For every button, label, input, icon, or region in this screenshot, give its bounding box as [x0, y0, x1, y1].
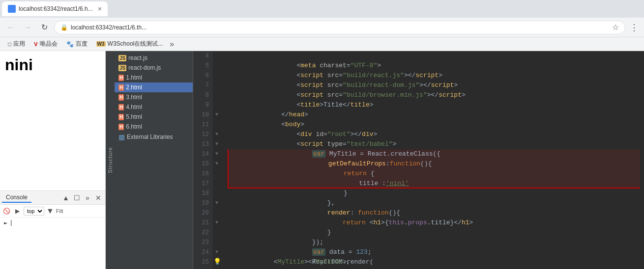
output-text: nini — [5, 56, 33, 74]
file-name-6html: 6.html — [126, 123, 142, 130]
bookmark-baidu[interactable]: 🐾 百度 — [62, 39, 91, 49]
file-item-3html[interactable]: H 3.html — [115, 92, 193, 102]
fold-arrow-13: ▼ — [215, 139, 218, 149]
console-header: Console ▲ ☐ » ✕ — [0, 191, 105, 205]
w3school-icon: W3 — [96, 41, 106, 47]
lock-icon: 🔒 — [60, 24, 68, 31]
code-line-25: <MyTitle></MyTitle>, — [228, 257, 640, 267]
back-button[interactable]: ← — [4, 21, 18, 34]
console-filter-toggle[interactable]: ▶ — [13, 207, 22, 215]
bookmark-apps-label: 应用 — [13, 40, 25, 48]
code-line-26: document.getElementById('root') — [228, 267, 640, 269]
line-number-15: 15 — [193, 159, 209, 169]
ext-lib-icon: ▩ — [118, 133, 125, 141]
line-number-21: 21 — [193, 218, 209, 228]
bookmark-baidu-label: 百度 — [76, 40, 88, 48]
html-file-icon: H — [118, 104, 124, 110]
console-clear-button[interactable]: 🚫 — [2, 207, 11, 215]
console-dock-button[interactable]: ▲ — [61, 193, 71, 203]
fold-arrow-24: ▼ — [215, 247, 218, 257]
file-item-5html[interactable]: H 5.html — [115, 112, 193, 122]
gutter-7 — [213, 81, 222, 90]
more-bookmarks-button[interactable]: » — [170, 40, 174, 49]
gutter-21[interactable]: ▼ — [213, 218, 222, 228]
line-number-12: 12 — [193, 130, 209, 139]
file-item-6html[interactable]: H 6.html — [115, 122, 193, 132]
apps-icon: □ — [8, 41, 11, 48]
bookmark-icon[interactable]: ☆ — [612, 23, 619, 32]
gutter-15[interactable]: ▼ — [213, 159, 222, 169]
console-body: ► | — [0, 217, 105, 269]
bookmark-vipshop[interactable]: V 唯品会 — [30, 39, 61, 49]
line-number-4: 4 — [193, 51, 209, 61]
main-content: nini Console ▲ ☐ » ✕ 🚫 ▶ to — [0, 51, 644, 269]
file-name-1html: 1.html — [126, 74, 142, 81]
browser-window: localhost:63342/react1/6.h... × ← → ↻ 🔒 … — [0, 0, 644, 269]
address-text: localhost:63342/react1/6.th... — [71, 24, 609, 31]
gutter-5 — [213, 61, 222, 71]
gutter-4 — [213, 51, 222, 61]
gutter-20 — [213, 208, 222, 218]
console-more-button[interactable]: » — [83, 193, 92, 203]
js-file-icon: JS — [118, 55, 126, 61]
file-name-2html: 2.html — [126, 84, 142, 91]
line-number-25: 25 — [193, 257, 209, 267]
js-file-icon: JS — [118, 65, 126, 71]
file-name-5html: 5.html — [126, 113, 142, 120]
console-dropdown-icon[interactable]: ▼ — [46, 207, 54, 215]
gutter-10[interactable]: ▼ — [213, 110, 222, 120]
file-name-external-libraries: External Libraries — [127, 134, 173, 140]
file-item-reactdomjs[interactable]: JS react-dom.js — [115, 63, 193, 73]
console-input[interactable]: | — [9, 219, 13, 226]
gutter-12[interactable]: ▼ — [213, 130, 222, 139]
line-number-20: 20 — [193, 208, 209, 218]
gutter-11 — [213, 120, 222, 130]
line-number-9: 9 — [193, 100, 209, 110]
gutter-9 — [213, 100, 222, 110]
console-context-select[interactable]: top — [24, 207, 44, 215]
file-item-external-libraries[interactable]: ▩ External Libraries — [115, 132, 193, 142]
fold-arrow-19: ▼ — [215, 198, 218, 208]
bookmark-apps[interactable]: □ 应用 — [4, 39, 29, 49]
tab-title: localhost:63342/react1/6.h... — [19, 5, 93, 12]
file-item-2html[interactable]: H 2.html — [115, 82, 193, 92]
gutter-8 — [213, 90, 222, 100]
gutter-24[interactable]: ▼ — [213, 247, 222, 257]
nav-bar: ← → ↻ 🔒 localhost:63342/react1/6.th... ☆… — [0, 18, 644, 37]
gutter: ▼ ▼ ▼ ▼ ▼ ▼ ▼ ▼ — [213, 51, 224, 269]
gutter-6 — [213, 71, 222, 81]
gutter-14[interactable]: ▼ — [213, 149, 222, 159]
console-toolbar: 🚫 ▶ top ▼ Filt — [0, 205, 105, 217]
file-item-1html[interactable]: H 1.html — [115, 73, 193, 82]
extensions-button[interactable]: ⋮ — [628, 22, 640, 33]
baidu-icon: 🐾 — [66, 41, 74, 48]
line-number-16: 16 — [193, 169, 209, 179]
gutter-13[interactable]: ▼ — [213, 139, 222, 149]
tab-close-button[interactable]: × — [98, 5, 102, 13]
file-name-3html: 3.html — [126, 94, 142, 101]
fold-arrow-14: ▼ — [215, 149, 218, 159]
console-icons: ▲ ☐ » ✕ — [61, 193, 103, 203]
forward-button[interactable]: → — [21, 21, 34, 34]
file-name-4html: 4.html — [126, 104, 142, 110]
file-item-4html[interactable]: H 4.html — [115, 102, 193, 112]
file-item-reactjs[interactable]: JS react.js — [115, 53, 193, 63]
line-number-14: 14 — [193, 149, 209, 159]
console-tab[interactable]: Console — [2, 193, 31, 203]
code-line-4: <meta charset="UTF-8"> — [228, 51, 640, 61]
line-number-22: 22 — [193, 228, 209, 238]
gutter-23 — [213, 238, 222, 247]
line-number-19: 19 — [193, 198, 209, 208]
refresh-button[interactable]: ↻ — [37, 21, 51, 34]
bookmark-w3school[interactable]: W3 W3School在线测试... — [92, 39, 167, 49]
ide-area: Structure JS react.js JS react-dom.js H … — [106, 51, 644, 269]
browser-tab[interactable]: localhost:63342/react1/6.h... × — [2, 1, 108, 16]
line-number-24: 24 — [193, 247, 209, 257]
console-panel: Console ▲ ☐ » ✕ 🚫 ▶ top ▼ Filt — [0, 190, 105, 269]
console-close-button[interactable]: ✕ — [93, 193, 103, 203]
code-editor[interactable]: 4 5 6 7 8 9 10 11 12 13 14 15 16 17 — [193, 51, 644, 269]
code-lines: 4 5 6 7 8 9 10 11 12 13 14 15 16 17 — [193, 51, 644, 269]
address-bar[interactable]: 🔒 localhost:63342/react1/6.th... ☆ — [54, 21, 625, 34]
gutter-19[interactable]: ▼ — [213, 198, 222, 208]
console-undock-button[interactable]: ☐ — [72, 193, 82, 203]
